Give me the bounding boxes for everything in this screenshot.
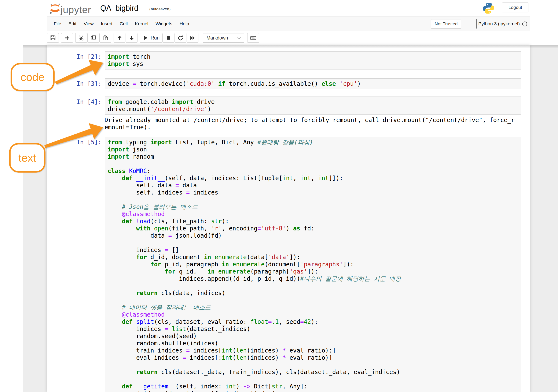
run-button-label: Run [151,35,159,41]
code-line [108,282,519,290]
move-up-button[interactable] [113,33,125,43]
cell-output-text: Drive already mounted at /content/drive;… [105,117,522,131]
menu-items: FileEditViewInsertCellKernelWidgetsHelp [47,17,193,31]
annotation-code-label: code [11,63,55,91]
save-icon [50,35,56,41]
toolbar-group [75,33,112,43]
input-prompt: In [5]: [47,139,104,146]
input-prompt: In [4]: [47,98,104,106]
code-input-area[interactable]: device = torch.device('cuda:0' if torch.… [105,78,521,89]
code-line: def __getitem__(self, index: int) -> Dic… [108,383,519,390]
code-line: # 데이터 셋을 잘라내는 메소드 [108,304,519,311]
annotation-text-text: text [18,151,36,164]
kernel-name: Python 3 (ipykernel) [478,21,520,27]
add-cell-button[interactable] [61,33,73,43]
jupyter-logo-icon [50,3,61,15]
code-line: eval_indices = indices[:int(len(indices)… [108,354,519,361]
code-line [108,361,519,368]
code-line: random.seed(seed) [108,333,519,340]
add-cell-icon [64,35,70,41]
code-line: class KoMRC: [108,167,519,175]
menu-right-group: Not Trusted Python 3 (ipykernel) [431,17,527,31]
code-line: def split(cls, dataset, eval_ratio: floa… [108,318,519,325]
keyboard-icon [250,35,256,41]
menu-item-insert[interactable]: Insert [97,17,116,31]
paste-icon [102,35,108,41]
code-line: indices.append((d_id, p_id, q_id))#다수의 질… [108,275,519,282]
code-line: def __init__(self, data, indices: List[T… [108,175,519,182]
code-line: from typing import List, Tuple, Dict, An… [108,139,519,146]
restart-icon [177,35,183,41]
toolbar-group [61,33,73,43]
code-line: drive.mount('/content/drive') [108,106,519,113]
notebook-title[interactable]: QA_bigbird [100,4,138,13]
not-trusted-button[interactable]: Not Trusted [431,19,462,28]
run-icon [143,35,149,41]
restart-button[interactable] [174,33,186,43]
code-line: for d_id, document in enumerate(data['da… [108,254,519,261]
stop-button[interactable] [162,33,174,43]
code-input-area[interactable]: from typing import List, Tuple, Dict, An… [105,137,521,392]
menu-item-kernel[interactable]: Kernel [131,17,152,31]
code-line [108,196,519,203]
code-line: import json [108,146,519,153]
menu-item-edit[interactable]: Edit [65,17,80,31]
kernel-divider [476,19,477,28]
code-line: import random [108,153,519,160]
paste-button[interactable] [99,33,111,43]
cell-type-dropdown[interactable]: Markdown [203,33,244,43]
code-line: with open(file_path, 'r', encoding='utf-… [108,225,519,232]
input-prompt: In [2]: [47,53,104,60]
code-line: random.shuffle(indices) [108,340,519,347]
code-input-area[interactable]: from google.colab import drivedrive.moun… [105,97,521,115]
jupyter-notebook-app: jupyter QA_bigbird (autosaved) Logout Fi… [0,0,558,392]
cut-button[interactable] [75,33,87,43]
menu-item-file[interactable]: File [50,17,65,31]
annotation-text-label: text [9,143,45,173]
code-line [108,297,519,304]
run-button[interactable]: Run [140,33,162,43]
copy-button[interactable] [87,33,99,43]
toolbar-group [113,33,138,43]
code-line: import torch [108,53,519,60]
code-line [108,160,519,167]
code-line [108,376,519,383]
move-down-button[interactable] [126,33,138,43]
code-line: import sys [108,60,519,67]
notebook-container: In [2]:import torchimport sysIn [3]:devi… [47,45,530,392]
menu-item-cell[interactable]: Cell [116,17,131,31]
chevron-down-icon [237,37,241,39]
kernel-idle-icon [522,22,527,26]
annotation-code-text: code [21,71,45,83]
code-input-area[interactable]: import torchimport sys [105,51,521,69]
code-line: indices = list(dataset._indices) [108,325,519,333]
autosave-status: (autosaved) [149,7,171,11]
code-line: train_indices = indices[int(len(indices)… [108,347,519,354]
cell-type-value: Markdown [206,35,228,41]
code-line: return cls(dataset._data, train_indices)… [108,368,519,376]
toolbar: RunMarkdown [47,33,259,43]
code-line: @classmethod [108,211,519,218]
jupyter-logo-text: jupyter [61,5,91,15]
code-line: device = torch.device('cuda:0' if torch.… [108,80,519,87]
restart-run-all-button[interactable] [187,33,198,43]
stop-icon [166,35,172,41]
restart-run-all-icon [190,35,196,41]
code-line: for q_id, _ in enumerate(paragraph['qas'… [108,268,519,275]
code-line: @classmethod [108,311,519,318]
jupyter-logo[interactable]: jupyter [50,3,91,15]
menu-bar: FileEditViewInsertCellKernelWidgetsHelp … [47,17,530,31]
code-line: d_id, p_id, q_id = self._indices[index] [108,390,519,392]
copy-icon [90,35,96,41]
save-button[interactable] [47,33,59,43]
menu-item-widgets[interactable]: Widgets [152,17,176,31]
toolbar-group: Run [140,33,199,43]
move-up-icon [117,35,123,41]
toolbar-group [47,33,59,43]
menu-item-view[interactable]: View [80,17,97,31]
command-palette-button[interactable] [247,33,259,43]
title-bar: jupyter QA_bigbird (autosaved) Logout [0,0,558,17]
logout-button[interactable]: Logout [502,2,528,12]
code-line: return cls(data, indices) [108,290,519,297]
menu-item-help[interactable]: Help [176,17,193,31]
